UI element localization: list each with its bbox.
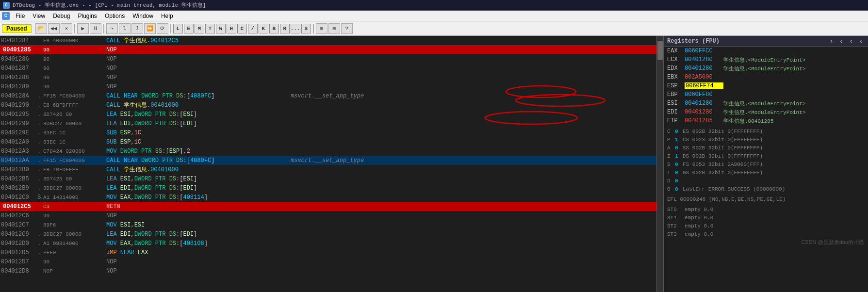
toolbar-animate[interactable]: ⏩ — [144, 23, 156, 34]
disasm-instr: SUB ESP,1C — [106, 139, 291, 146]
toolbar-H[interactable]: H — [227, 24, 236, 33]
reg-ecx[interactable]: ECX 00401280 学生信息.<ModuleEntryPoint> — [664, 55, 868, 64]
disasm-row-retn[interactable]: 004012C5 C3 RETN — [0, 202, 663, 211]
reg-flag-s[interactable]: S 0 FS 0053 32bit 2A8000(FFF) — [664, 160, 868, 168]
disasm-dot: . — [37, 166, 43, 173]
disasm-row[interactable]: 004012D0 . A1 08814000 MOV EAX,DWORD PTR… — [0, 239, 663, 248]
menu-view[interactable]: View — [29, 12, 49, 20]
reg-nav-left3[interactable]: ‹ — [847, 37, 855, 45]
toolbar-step-into[interactable]: ↷ — [106, 23, 118, 34]
disasm-row[interactable]: 004012D8 NOP NOP — [0, 266, 663, 276]
reg-ebx[interactable]: EBX 002A5000 — [664, 73, 868, 81]
disasm-row[interactable]: 004012A0 . 83EC 1C SUB ESP,1C — [0, 137, 663, 146]
disasm-row[interactable]: 00401288 90 NOP — [0, 73, 663, 82]
toolbar-B[interactable]: B — [269, 24, 279, 33]
disasm-dot — [37, 74, 43, 81]
toolbar-back[interactable]: ◀◀ — [48, 23, 60, 34]
disasm-row[interactable]: 004012A3 . C70424 020000 MOV DWORD PTR S… — [0, 146, 663, 156]
reg-flag-z[interactable]: Z 1 DS 002B 32bit 0(FFFFFFFF) — [664, 152, 868, 160]
toolbar-trace[interactable]: ⟳ — [157, 23, 168, 34]
disasm-bytes: 90 — [43, 259, 106, 265]
reg-flag-d[interactable]: D 0 — [664, 177, 868, 185]
reg-st3[interactable]: ST3 empty 0.0 — [664, 230, 868, 238]
disasm-row[interactable]: 004012D5 . FFE0 JMP NEAR EAX — [0, 248, 663, 257]
reg-st1[interactable]: ST1 empty 0.0 — [664, 213, 868, 222]
disasm-addr: 004012D8 — [1, 268, 37, 275]
reg-flag-a[interactable]: A 0 SS 002B 32bit 0(FFFFFFFF) — [664, 144, 868, 152]
disasm-addr: 004012C6 — [1, 212, 37, 219]
disasm-row[interactable]: 004012D7 90 NOP — [0, 257, 663, 266]
disasm-row[interactable]: 004012C7 89F6 MOV ESI,ESI — [0, 220, 663, 229]
toolbar-C[interactable]: C — [237, 24, 247, 33]
toolbar-E[interactable]: E — [184, 24, 194, 33]
disasm-row[interactable]: 00401289 90 NOP — [0, 82, 663, 91]
disasm-row[interactable]: 00401290 . E8 6BFDFFFF CALL 学生信息.0040100… — [0, 100, 663, 110]
disasm-row[interactable]: 00401287 90 NOP — [0, 64, 663, 73]
toolbar-S[interactable]: S — [301, 24, 311, 33]
disasm-bytes: 8D7426 00 — [43, 112, 106, 117]
toolbar-W[interactable]: W — [216, 24, 226, 33]
disasm-row-active[interactable]: 00401285 90 NOP — [0, 45, 663, 54]
disasm-row[interactable]: 00401286 90 NOP — [0, 54, 663, 64]
toolbar-R[interactable]: R — [280, 24, 290, 33]
toolbar-question[interactable]: ? — [341, 23, 353, 34]
menu-debug[interactable]: Debug — [49, 12, 74, 20]
disasm-scrollbar[interactable] — [656, 36, 663, 292]
reg-eax[interactable]: EAX 0060FFCC — [664, 47, 868, 55]
reg-nav-left4[interactable]: ‹ — [857, 37, 865, 45]
disasm-bytes: 83EC 1C — [43, 130, 106, 136]
disasm-row[interactable]: 004012B9 . 8DBC27 00000 LEA EDI,DWORD PT… — [0, 183, 663, 193]
toolbar-slash[interactable]: / — [248, 24, 258, 33]
flag-val-d: 0 — [675, 178, 683, 184]
reg-flag-c[interactable]: C 0 ES 002B 32bit 0(FFFFFFFF) — [664, 127, 868, 135]
disasm-row[interactable]: 004012C0 $ A1 14814000 MOV EAX,DWORD PTR… — [0, 193, 663, 202]
toolbar-run[interactable]: ▶ — [77, 23, 89, 34]
disasm-panel[interactable]: 00401284 E8 40000000 CALL 学生信息.004012C5 … — [0, 36, 664, 292]
disasm-row[interactable]: 0040128A . FF15 FC804000 CALL NEAR DWORD… — [0, 91, 663, 100]
disasm-addr: 00401299 — [1, 120, 37, 127]
registers-header: Registers (FPU) ‹ ‹ ‹ ‹ — [664, 36, 868, 47]
reg-nav-left1[interactable]: ‹ — [827, 37, 835, 45]
disasm-row[interactable]: 004012C6 90 NOP — [0, 211, 663, 220]
disasm-row[interactable]: 004012C9 . 8DBC27 00000 LEA EDI,DWORD PT… — [0, 229, 663, 239]
reg-flag-o[interactable]: O 0 LastErr ERROR_SUCCESS (00000000) — [664, 185, 868, 193]
toolbar-dots[interactable]: ... — [291, 24, 300, 33]
reg-nav-left2[interactable]: ‹ — [837, 37, 845, 45]
toolbar-list[interactable]: ≡ — [316, 23, 328, 34]
disasm-scrollbar-thumb[interactable] — [657, 41, 663, 60]
toolbar-step-over[interactable]: ⤵ — [119, 23, 131, 34]
disasm-row[interactable]: 004012B5 . 8D7426 00 LEA ESI,DWORD PTR D… — [0, 174, 663, 183]
reg-ebp[interactable]: EBP 0060FF80 — [664, 90, 868, 99]
reg-st2[interactable]: ST2 empty 0.0 — [664, 222, 868, 230]
reg-st0[interactable]: ST0 empty 0.0 — [664, 205, 868, 213]
menu-help[interactable]: Help — [157, 12, 177, 20]
reg-flag-t[interactable]: T 0 GS 002B 32bit 0(FFFFFFFF) — [664, 168, 868, 177]
disasm-bytes: C70424 020000 — [43, 148, 106, 154]
toolbar-pause[interactable]: ⏸ — [90, 23, 101, 34]
reg-flag-p[interactable]: P 1 CS 0023 32bit 0(FFFFFFFF) — [664, 135, 868, 144]
disasm-row[interactable]: 00401284 E8 40000000 CALL 学生信息.004012C5 — [0, 36, 663, 45]
menu-plugins[interactable]: Plugins — [74, 12, 101, 20]
menu-file[interactable]: File — [12, 12, 29, 20]
reg-edx[interactable]: EDX 00401280 学生信息.<ModuleEntryPoint> — [664, 64, 868, 73]
disasm-row[interactable]: 0040129E . 83EC 1C SUB ESP,1C — [0, 128, 663, 137]
disasm-row[interactable]: 004012AA . FF15 FC804000 CALL NEAR DWORD… — [0, 156, 663, 165]
toolbar-open[interactable]: 📂 — [35, 23, 47, 34]
toolbar-grid[interactable]: ⊞ — [328, 23, 340, 34]
reg-eip[interactable]: EIP 00401285 学生信息.00401285 — [664, 116, 868, 125]
toolbar-K[interactable]: K — [259, 24, 268, 33]
reg-esp[interactable]: ESP 0060FF74 — [664, 81, 868, 90]
toolbar-M[interactable]: M — [195, 24, 204, 33]
toolbar-T[interactable]: T — [205, 24, 215, 33]
toolbar-close[interactable]: ✕ — [61, 23, 72, 34]
reg-edi[interactable]: EDI 00401280 学生信息.<ModuleEntryPoint> — [664, 108, 868, 116]
menu-options[interactable]: Options — [101, 12, 129, 20]
menu-window[interactable]: Window — [129, 12, 157, 20]
toolbar-L[interactable]: L — [173, 24, 183, 33]
disasm-row[interactable]: 00401295 . 8D7426 00 LEA ESI,DWORD PTR D… — [0, 110, 663, 119]
toolbar-step-out[interactable]: ⤴ — [131, 23, 143, 34]
reg-esi[interactable]: ESI 00401280 学生信息.<ModuleEntryPoint> — [664, 99, 868, 108]
disasm-row[interactable]: 00401299 . 8DBC27 00000 LEA EDI,DWORD PT… — [0, 119, 663, 128]
disasm-row[interactable]: 004012B0 . E8 4BFDFFFF CALL 学生信息.0040100… — [0, 165, 663, 174]
flag-letter-s: S — [667, 162, 675, 167]
